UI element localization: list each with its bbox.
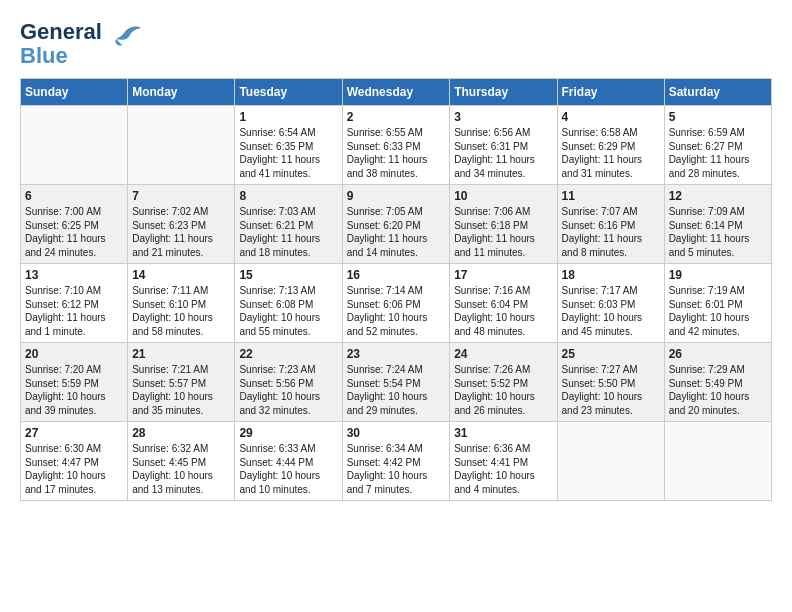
calendar-day-cell: 1Sunrise: 6:54 AM Sunset: 6:35 PM Daylig…	[235, 106, 342, 185]
day-number: 28	[132, 426, 230, 440]
logo-line2: Blue	[20, 44, 102, 68]
day-info: Sunrise: 7:10 AM Sunset: 6:12 PM Dayligh…	[25, 284, 123, 338]
calendar-week-row: 13Sunrise: 7:10 AM Sunset: 6:12 PM Dayli…	[21, 264, 772, 343]
calendar-day-cell	[557, 422, 664, 501]
day-number: 26	[669, 347, 767, 361]
calendar-day-cell: 20Sunrise: 7:20 AM Sunset: 5:59 PM Dayli…	[21, 343, 128, 422]
calendar-day-cell: 9Sunrise: 7:05 AM Sunset: 6:20 PM Daylig…	[342, 185, 450, 264]
day-number: 8	[239, 189, 337, 203]
day-info: Sunrise: 6:58 AM Sunset: 6:29 PM Dayligh…	[562, 126, 660, 180]
day-info: Sunrise: 7:00 AM Sunset: 6:25 PM Dayligh…	[25, 205, 123, 259]
day-number: 20	[25, 347, 123, 361]
calendar-day-cell	[21, 106, 128, 185]
calendar-day-cell: 7Sunrise: 7:02 AM Sunset: 6:23 PM Daylig…	[128, 185, 235, 264]
calendar-table: SundayMondayTuesdayWednesdayThursdayFrid…	[20, 78, 772, 501]
calendar-day-cell: 14Sunrise: 7:11 AM Sunset: 6:10 PM Dayli…	[128, 264, 235, 343]
calendar-day-cell: 28Sunrise: 6:32 AM Sunset: 4:45 PM Dayli…	[128, 422, 235, 501]
day-number: 25	[562, 347, 660, 361]
day-info: Sunrise: 7:16 AM Sunset: 6:04 PM Dayligh…	[454, 284, 552, 338]
logo: General Blue	[20, 20, 142, 68]
calendar-day-cell: 15Sunrise: 7:13 AM Sunset: 6:08 PM Dayli…	[235, 264, 342, 343]
day-number: 4	[562, 110, 660, 124]
calendar-day-cell: 5Sunrise: 6:59 AM Sunset: 6:27 PM Daylig…	[664, 106, 771, 185]
day-info: Sunrise: 6:55 AM Sunset: 6:33 PM Dayligh…	[347, 126, 446, 180]
calendar-day-cell: 6Sunrise: 7:00 AM Sunset: 6:25 PM Daylig…	[21, 185, 128, 264]
weekday-header-row: SundayMondayTuesdayWednesdayThursdayFrid…	[21, 79, 772, 106]
day-number: 14	[132, 268, 230, 282]
calendar-day-cell: 18Sunrise: 7:17 AM Sunset: 6:03 PM Dayli…	[557, 264, 664, 343]
day-number: 27	[25, 426, 123, 440]
calendar-day-cell: 21Sunrise: 7:21 AM Sunset: 5:57 PM Dayli…	[128, 343, 235, 422]
weekday-header-cell: Sunday	[21, 79, 128, 106]
calendar-day-cell	[128, 106, 235, 185]
day-number: 24	[454, 347, 552, 361]
weekday-header-cell: Friday	[557, 79, 664, 106]
day-number: 21	[132, 347, 230, 361]
day-info: Sunrise: 6:32 AM Sunset: 4:45 PM Dayligh…	[132, 442, 230, 496]
day-info: Sunrise: 6:56 AM Sunset: 6:31 PM Dayligh…	[454, 126, 552, 180]
calendar-day-cell: 22Sunrise: 7:23 AM Sunset: 5:56 PM Dayli…	[235, 343, 342, 422]
day-info: Sunrise: 7:26 AM Sunset: 5:52 PM Dayligh…	[454, 363, 552, 417]
logo-line1: General	[20, 20, 102, 44]
day-info: Sunrise: 6:36 AM Sunset: 4:41 PM Dayligh…	[454, 442, 552, 496]
calendar-day-cell: 30Sunrise: 6:34 AM Sunset: 4:42 PM Dayli…	[342, 422, 450, 501]
day-number: 19	[669, 268, 767, 282]
day-info: Sunrise: 7:05 AM Sunset: 6:20 PM Dayligh…	[347, 205, 446, 259]
calendar-day-cell: 3Sunrise: 6:56 AM Sunset: 6:31 PM Daylig…	[450, 106, 557, 185]
day-info: Sunrise: 6:30 AM Sunset: 4:47 PM Dayligh…	[25, 442, 123, 496]
day-info: Sunrise: 6:34 AM Sunset: 4:42 PM Dayligh…	[347, 442, 446, 496]
calendar-day-cell: 4Sunrise: 6:58 AM Sunset: 6:29 PM Daylig…	[557, 106, 664, 185]
logo-bird-icon	[106, 23, 142, 55]
day-number: 16	[347, 268, 446, 282]
day-number: 10	[454, 189, 552, 203]
calendar-day-cell: 8Sunrise: 7:03 AM Sunset: 6:21 PM Daylig…	[235, 185, 342, 264]
day-number: 5	[669, 110, 767, 124]
calendar-day-cell: 13Sunrise: 7:10 AM Sunset: 6:12 PM Dayli…	[21, 264, 128, 343]
day-number: 1	[239, 110, 337, 124]
day-info: Sunrise: 7:07 AM Sunset: 6:16 PM Dayligh…	[562, 205, 660, 259]
calendar-day-cell: 17Sunrise: 7:16 AM Sunset: 6:04 PM Dayli…	[450, 264, 557, 343]
day-info: Sunrise: 7:29 AM Sunset: 5:49 PM Dayligh…	[669, 363, 767, 417]
calendar-week-row: 20Sunrise: 7:20 AM Sunset: 5:59 PM Dayli…	[21, 343, 772, 422]
calendar-day-cell	[664, 422, 771, 501]
weekday-header-cell: Monday	[128, 79, 235, 106]
calendar-day-cell: 10Sunrise: 7:06 AM Sunset: 6:18 PM Dayli…	[450, 185, 557, 264]
day-info: Sunrise: 7:14 AM Sunset: 6:06 PM Dayligh…	[347, 284, 446, 338]
calendar-day-cell: 12Sunrise: 7:09 AM Sunset: 6:14 PM Dayli…	[664, 185, 771, 264]
day-number: 7	[132, 189, 230, 203]
day-number: 11	[562, 189, 660, 203]
weekday-header-cell: Tuesday	[235, 79, 342, 106]
day-number: 18	[562, 268, 660, 282]
calendar-day-cell: 16Sunrise: 7:14 AM Sunset: 6:06 PM Dayli…	[342, 264, 450, 343]
weekday-header-cell: Thursday	[450, 79, 557, 106]
day-number: 13	[25, 268, 123, 282]
day-number: 30	[347, 426, 446, 440]
day-info: Sunrise: 7:13 AM Sunset: 6:08 PM Dayligh…	[239, 284, 337, 338]
day-info: Sunrise: 7:09 AM Sunset: 6:14 PM Dayligh…	[669, 205, 767, 259]
day-number: 22	[239, 347, 337, 361]
calendar-day-cell: 25Sunrise: 7:27 AM Sunset: 5:50 PM Dayli…	[557, 343, 664, 422]
day-info: Sunrise: 7:11 AM Sunset: 6:10 PM Dayligh…	[132, 284, 230, 338]
day-number: 23	[347, 347, 446, 361]
calendar-day-cell: 24Sunrise: 7:26 AM Sunset: 5:52 PM Dayli…	[450, 343, 557, 422]
day-info: Sunrise: 7:02 AM Sunset: 6:23 PM Dayligh…	[132, 205, 230, 259]
day-info: Sunrise: 7:21 AM Sunset: 5:57 PM Dayligh…	[132, 363, 230, 417]
day-info: Sunrise: 6:54 AM Sunset: 6:35 PM Dayligh…	[239, 126, 337, 180]
day-info: Sunrise: 7:24 AM Sunset: 5:54 PM Dayligh…	[347, 363, 446, 417]
calendar-day-cell: 31Sunrise: 6:36 AM Sunset: 4:41 PM Dayli…	[450, 422, 557, 501]
day-number: 17	[454, 268, 552, 282]
weekday-header-cell: Wednesday	[342, 79, 450, 106]
day-info: Sunrise: 7:17 AM Sunset: 6:03 PM Dayligh…	[562, 284, 660, 338]
calendar-week-row: 6Sunrise: 7:00 AM Sunset: 6:25 PM Daylig…	[21, 185, 772, 264]
calendar-day-cell: 2Sunrise: 6:55 AM Sunset: 6:33 PM Daylig…	[342, 106, 450, 185]
day-number: 6	[25, 189, 123, 203]
weekday-header-cell: Saturday	[664, 79, 771, 106]
day-number: 12	[669, 189, 767, 203]
day-number: 2	[347, 110, 446, 124]
calendar-day-cell: 26Sunrise: 7:29 AM Sunset: 5:49 PM Dayli…	[664, 343, 771, 422]
calendar-day-cell: 19Sunrise: 7:19 AM Sunset: 6:01 PM Dayli…	[664, 264, 771, 343]
calendar-day-cell: 11Sunrise: 7:07 AM Sunset: 6:16 PM Dayli…	[557, 185, 664, 264]
day-number: 9	[347, 189, 446, 203]
day-info: Sunrise: 7:19 AM Sunset: 6:01 PM Dayligh…	[669, 284, 767, 338]
day-number: 15	[239, 268, 337, 282]
